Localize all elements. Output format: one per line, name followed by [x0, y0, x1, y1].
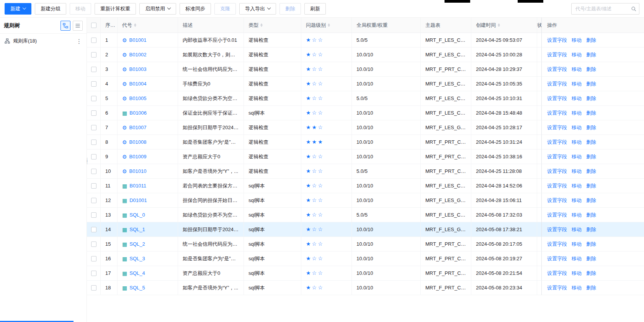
row-action-set-fields[interactable]: 设置字段: [547, 135, 567, 149]
row-action-delete[interactable]: 删除: [586, 33, 596, 47]
rule-code-link[interactable]: B01010: [129, 164, 147, 178]
table-row[interactable]: 3 ⚙ B01003 统一社会信用代码应为18位 逻辑检查 ★☆☆ 10.0/1…: [87, 62, 644, 77]
row-action-move[interactable]: 移动: [572, 62, 582, 76]
rule-code-link[interactable]: B01007: [129, 120, 147, 135]
table-row[interactable]: 16 ▦ SQL_3 如是否集团客户为“是”，... sql脚本 ★☆☆ 10.…: [87, 251, 644, 266]
row-action-delete[interactable]: 删除: [586, 120, 596, 135]
row-action-delete[interactable]: 删除: [586, 179, 596, 193]
row-action-delete[interactable]: 删除: [586, 106, 596, 120]
row-checkbox[interactable]: [91, 212, 96, 218]
row-checkbox[interactable]: [91, 169, 96, 174]
row-action-delete[interactable]: 删除: [586, 48, 596, 62]
list-view-toggle-button[interactable]: [73, 21, 83, 31]
row-action-set-fields[interactable]: 设置字段: [547, 150, 567, 164]
column-header-type[interactable]: 类型: [244, 18, 301, 33]
row-checkbox[interactable]: [91, 110, 96, 116]
rule-code-link[interactable]: SQL_2: [129, 237, 145, 251]
table-row[interactable]: 1 ⚙ B01001 内部收益率不应小于0.01 逻辑检查 ★☆☆ 5.0/5 …: [87, 33, 644, 48]
row-action-delete[interactable]: 删除: [586, 150, 596, 164]
row-action-delete[interactable]: 删除: [586, 193, 596, 207]
refresh-button[interactable]: 刷新: [304, 3, 326, 15]
row-action-delete[interactable]: 删除: [586, 222, 596, 237]
search-icon[interactable]: [631, 6, 636, 13]
column-header-code[interactable]: 代号: [118, 18, 178, 33]
table-row[interactable]: 7 ⚙ B01007 如担保到日期早于2024/03/... 逻辑检查 ★★☆ …: [87, 120, 644, 135]
row-action-move[interactable]: 移动: [572, 91, 582, 105]
row-action-move[interactable]: 移动: [572, 77, 582, 91]
row-action-delete[interactable]: 删除: [586, 237, 596, 251]
rule-code-link[interactable]: SQL_1: [129, 222, 145, 237]
table-row[interactable]: 15 ▦ SQL_2 统一社会信用代码应为18位 sql脚本 ★☆☆ 10.0/…: [87, 237, 644, 251]
import-export-button[interactable]: 导入导出: [239, 3, 276, 15]
row-action-move[interactable]: 移动: [572, 266, 582, 280]
row-checkbox[interactable]: [91, 183, 96, 189]
rule-code-link[interactable]: B01002: [129, 48, 147, 62]
rule-code-link[interactable]: B01009: [129, 150, 147, 164]
row-checkbox[interactable]: [91, 96, 96, 101]
delete-button[interactable]: 删除: [280, 3, 301, 15]
row-checkbox[interactable]: [91, 227, 96, 232]
tree-view-toggle-button[interactable]: [60, 21, 70, 31]
row-action-move[interactable]: 移动: [572, 135, 582, 149]
clone-button[interactable]: 克隆: [214, 3, 236, 15]
row-action-delete[interactable]: 删除: [586, 266, 596, 280]
table-row[interactable]: 6 ▦ B01006 保证金比例应等于保证金/合... sql脚本 ★☆☆ 10…: [87, 106, 644, 120]
row-checkbox[interactable]: [91, 52, 96, 58]
table-row[interactable]: 2 ⚙ B01002 如展期次数大于0，则五级... 逻辑检查 ★☆☆ 10.0…: [87, 48, 644, 62]
row-action-set-fields[interactable]: 设置字段: [547, 251, 567, 266]
rule-code-link[interactable]: B01005: [129, 91, 147, 105]
row-action-set-fields[interactable]: 设置字段: [547, 91, 567, 105]
row-action-set-fields[interactable]: 设置字段: [547, 106, 567, 120]
row-action-move[interactable]: 移动: [572, 237, 582, 251]
search-input[interactable]: [571, 3, 639, 15]
move-button[interactable]: 移动: [70, 3, 91, 15]
row-action-set-fields[interactable]: 设置字段: [547, 179, 567, 193]
sort-icon[interactable]: [328, 23, 330, 27]
table-row[interactable]: 12 ▦ D01001 担保合同的担保开始日期应... sql脚本 ★☆☆ 10…: [87, 193, 644, 208]
standard-sync-button[interactable]: 标准同步: [180, 3, 211, 15]
row-action-delete[interactable]: 删除: [586, 91, 596, 105]
table-row[interactable]: 8 ⚙ B01008 如是否集团客户为“是”，... 逻辑检查 ★★★ 10.0…: [87, 135, 644, 150]
row-action-move[interactable]: 移动: [572, 251, 582, 266]
table-row[interactable]: 13 ▦ SQL_0 如绿色贷款分类不为空，则... sql脚本 ★☆☆ 5.0…: [87, 208, 644, 222]
row-checkbox[interactable]: [91, 81, 96, 87]
table-row[interactable]: 17 ▦ SQL_4 资产总额应大于0 sql脚本 ★☆☆ 10.0/10 MR…: [87, 266, 644, 281]
row-action-set-fields[interactable]: 设置字段: [547, 208, 567, 222]
row-action-move[interactable]: 移动: [572, 33, 582, 47]
row-action-delete[interactable]: 删除: [586, 77, 596, 91]
new-group-button[interactable]: 新建分组: [35, 3, 66, 15]
row-action-move[interactable]: 移动: [572, 193, 582, 207]
rule-code-link[interactable]: SQL_4: [129, 266, 145, 280]
rule-code-link[interactable]: B01001: [129, 33, 147, 47]
row-action-set-fields[interactable]: 设置字段: [547, 237, 567, 251]
row-checkbox[interactable]: [91, 256, 96, 261]
sort-icon[interactable]: [134, 23, 136, 27]
row-action-move[interactable]: 移动: [572, 48, 582, 62]
row-action-set-fields[interactable]: 设置字段: [547, 281, 567, 295]
sidebar-resize-handle[interactable]: ⋮⋮: [85, 159, 88, 163]
rule-code-link[interactable]: SQL_3: [129, 251, 145, 266]
row-checkbox[interactable]: [91, 67, 96, 72]
table-row[interactable]: 18 ▦ SQL_5 如客户是否境外为“Y”，... sql脚本 ★☆☆ 10.…: [87, 281, 644, 295]
row-checkbox[interactable]: [91, 242, 96, 247]
row-action-move[interactable]: 移动: [572, 179, 582, 193]
row-action-set-fields[interactable]: 设置字段: [547, 164, 567, 178]
rule-code-link[interactable]: SQL_5: [129, 281, 145, 295]
row-action-set-fields[interactable]: 设置字段: [547, 193, 567, 207]
row-action-set-fields[interactable]: 设置字段: [547, 33, 567, 47]
recalc-weight-button[interactable]: 重新计算权重: [95, 3, 136, 15]
row-action-move[interactable]: 移动: [572, 164, 582, 178]
table-row[interactable]: 10 ⚙ B01010 如客户是否境外为“Y”，... 逻辑检查 ★☆☆ 5.0…: [87, 164, 644, 179]
table-row[interactable]: 4 ⚙ B01004 手续费应为0 逻辑检查 ★☆☆ 10.0/10 MRT_F…: [87, 77, 644, 91]
table-row[interactable]: 5 ⚙ B01005 如绿色贷款分类不为空，则... 逻辑检查 ★☆☆ 5.0/…: [87, 91, 644, 106]
row-action-delete[interactable]: 删除: [586, 62, 596, 76]
row-action-move[interactable]: 移动: [572, 281, 582, 295]
row-action-delete[interactable]: 删除: [586, 208, 596, 222]
tree-node-more-icon[interactable]: ⋮: [76, 38, 82, 44]
row-checkbox[interactable]: [91, 271, 96, 276]
row-action-set-fields[interactable]: 设置字段: [547, 120, 567, 135]
rule-code-link[interactable]: D01001: [129, 193, 147, 207]
row-action-delete[interactable]: 删除: [586, 135, 596, 149]
rule-code-link[interactable]: B01003: [129, 62, 147, 76]
rule-code-link[interactable]: B01004: [129, 77, 147, 91]
